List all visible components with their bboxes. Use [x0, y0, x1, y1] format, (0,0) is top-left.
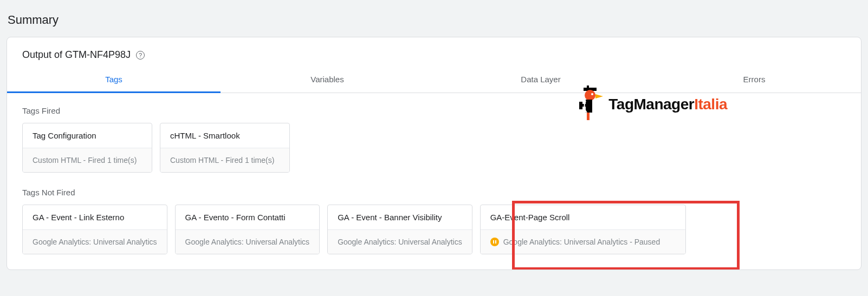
brand-logo: TagManagerItalia	[576, 85, 727, 123]
fired-tags-row: Tag Configuration Custom HTML - Fired 1 …	[22, 123, 846, 173]
tag-card-chtml-smartlook[interactable]: cHTML - Smartlook Custom HTML - Fired 1 …	[160, 123, 290, 173]
tabs: Tags Variables Data Layer Errors	[7, 67, 861, 93]
tag-subtitle: Google Analytics: Universal Analytics	[23, 229, 167, 254]
svg-marker-3	[595, 94, 603, 98]
tags-not-fired-label: Tags Not Fired	[22, 188, 846, 197]
tag-card-tag-configuration[interactable]: Tag Configuration Custom HTML - Fired 1 …	[22, 123, 152, 173]
tag-title: cHTML - Smartlook	[160, 123, 289, 148]
tab-variables[interactable]: Variables	[221, 67, 434, 93]
svg-point-4	[591, 93, 593, 95]
page-title: Summary	[8, 13, 861, 27]
svg-rect-8	[587, 113, 590, 120]
tag-subtitle-text: Google Analytics: Universal Analytics - …	[503, 238, 660, 246]
svg-point-2	[585, 90, 595, 101]
card-header: Output of GTM-NF4P98J ?	[7, 37, 861, 67]
not-fired-tags-row: GA - Event - Link Esterno Google Analyti…	[22, 205, 846, 254]
tag-card-ga-link-esterno[interactable]: GA - Event - Link Esterno Google Analyti…	[22, 205, 167, 254]
logo-text-main: TagManager	[608, 96, 694, 113]
card-body: Tags Fired Tag Configuration Custom HTML…	[7, 93, 861, 269]
logo-text: TagManagerItalia	[608, 96, 727, 113]
svg-rect-7	[579, 102, 582, 109]
pause-icon	[490, 238, 499, 246]
tag-subtitle: Custom HTML - Fired 1 time(s)	[23, 148, 152, 172]
tag-title: GA - Event - Link Esterno	[23, 205, 167, 229]
svg-rect-1	[587, 85, 589, 89]
woodpecker-icon	[576, 85, 603, 123]
summary-card: Output of GTM-NF4P98J ? Tags Variables D…	[7, 37, 861, 270]
tag-title: Tag Configuration	[23, 123, 152, 148]
tag-title: GA - Event - Banner Visibility	[328, 205, 472, 229]
tag-subtitle: Google Analytics: Universal Analytics - …	[481, 229, 685, 254]
tag-subtitle: Google Analytics: Universal Analytics	[176, 229, 320, 254]
tab-tags[interactable]: Tags	[7, 67, 221, 93]
card-title: Output of GTM-NF4P98J	[22, 49, 131, 61]
tag-card-ga-form-contatti[interactable]: GA - Evento - Form Contatti Google Analy…	[175, 205, 320, 254]
logo-text-accent: Italia	[694, 96, 727, 113]
tag-card-ga-banner-visibility[interactable]: GA - Event - Banner Visibility Google An…	[327, 205, 472, 254]
tag-subtitle: Custom HTML - Fired 1 time(s)	[160, 148, 289, 172]
tag-card-ga-page-scroll[interactable]: GA-Event-Page Scroll Google Analytics: U…	[480, 205, 686, 254]
help-icon[interactable]: ?	[136, 51, 145, 60]
tag-subtitle: Google Analytics: Universal Analytics	[328, 229, 472, 254]
tag-title: GA - Evento - Form Contatti	[176, 205, 320, 229]
tag-title: GA-Event-Page Scroll	[481, 205, 685, 229]
